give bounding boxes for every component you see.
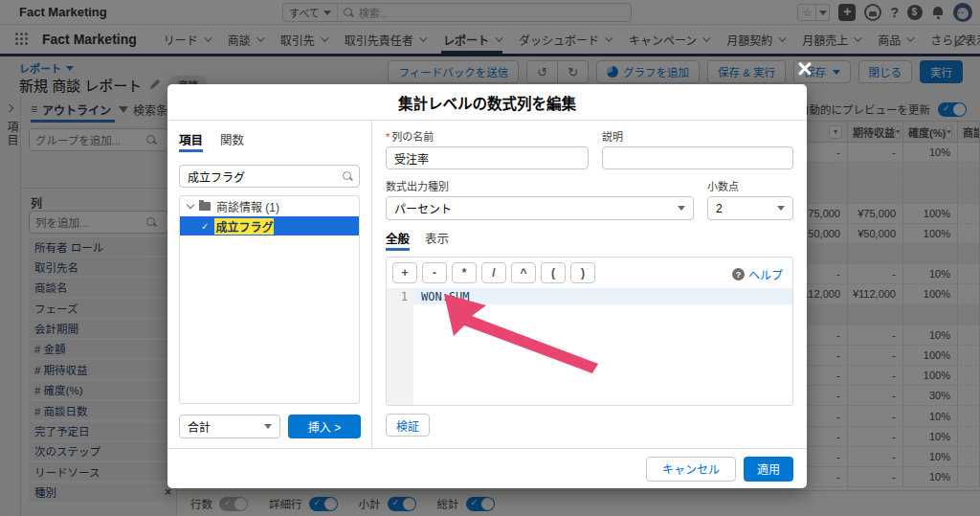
apply-button[interactable]: 適用 xyxy=(744,457,793,482)
edit-formula-modal: 集計レベルの数式列を編集 項目 関数 商談情報 (1) xyxy=(167,84,807,488)
tree-group-label: 商談情報 (1) xyxy=(216,198,279,214)
field-tree: 商談情報 (1) ✓ 成立フラグ xyxy=(179,195,360,404)
column-name-label: *列の名前 xyxy=(386,128,589,144)
formula-text[interactable]: WON:SUM xyxy=(413,288,792,304)
tab-general[interactable]: 全般 xyxy=(386,229,410,251)
validate-button[interactable]: 検証 xyxy=(386,414,430,437)
tree-item-selected[interactable]: ✓ 成立フラグ xyxy=(180,216,359,236)
chevron-down-icon xyxy=(264,424,272,429)
chevron-open-icon[interactable] xyxy=(187,201,194,209)
search-icon xyxy=(343,171,352,181)
decimal-places-label: 小数点 xyxy=(707,178,793,193)
aggregate-select[interactable]: 合計 xyxy=(179,415,280,438)
formula-fields-panel: 項目 関数 商談情報 (1) ✓ 成立フラグ xyxy=(167,121,372,448)
operator-button[interactable]: + xyxy=(392,262,417,283)
operator-button[interactable]: ^ xyxy=(511,262,536,283)
tree-group-row[interactable]: 商談情報 (1) xyxy=(180,196,359,216)
decimal-places-value: 2 xyxy=(716,202,723,215)
report-builder-page: Fact Marketing すべて 検索... ☆ + ? Fact Mark… xyxy=(0,0,980,516)
folder-icon xyxy=(199,202,211,211)
output-type-select[interactable]: パーセント xyxy=(386,196,694,220)
tab-display[interactable]: 表示 xyxy=(425,229,449,251)
description-label: 説明 xyxy=(602,128,793,144)
decimal-places-select[interactable]: 2 xyxy=(707,196,793,220)
check-icon: ✓ xyxy=(201,221,209,232)
modal-close-icon[interactable]: × xyxy=(797,57,813,80)
formula-editor-box: + - * / ^ ( ) xyxy=(386,257,793,406)
output-type-value: パーセント xyxy=(394,200,452,216)
required-asterisk: * xyxy=(386,131,390,143)
line-number-gutter: 1 xyxy=(387,288,413,405)
operator-button[interactable]: ( xyxy=(541,262,566,283)
insert-button[interactable]: 挿入 > xyxy=(288,415,361,438)
formula-settings-panel: *列の名前 説明 数式出力種別 パーセント xyxy=(372,121,807,448)
tree-item-label: 成立フラグ xyxy=(214,218,274,235)
cancel-button[interactable]: キャンセル xyxy=(646,457,736,482)
output-type-label: 数式出力種別 xyxy=(386,178,694,193)
help-label: ヘルプ xyxy=(748,266,783,282)
help-link[interactable]: ? ヘルプ xyxy=(732,266,783,282)
operator-button[interactable]: ) xyxy=(570,262,595,283)
column-name-input[interactable] xyxy=(386,146,589,169)
field-search-input[interactable] xyxy=(179,165,360,188)
modal-title: 集計レベルの数式列を編集 xyxy=(167,84,807,121)
description-input[interactable] xyxy=(602,146,793,169)
operator-button[interactable]: / xyxy=(481,262,506,283)
aggregate-value: 合計 xyxy=(188,418,211,435)
chevron-down-icon xyxy=(777,206,785,211)
tab-fields[interactable]: 項目 xyxy=(179,130,203,152)
chevron-down-icon xyxy=(678,206,685,211)
formula-code-editor[interactable]: 1 WON:SUM xyxy=(387,288,792,405)
help-question-icon: ? xyxy=(732,268,745,280)
operator-button[interactable]: * xyxy=(452,262,477,283)
operator-button[interactable]: - xyxy=(422,262,447,283)
modal-footer: キャンセル 適用 xyxy=(167,448,807,488)
tab-functions[interactable]: 関数 xyxy=(220,130,244,152)
